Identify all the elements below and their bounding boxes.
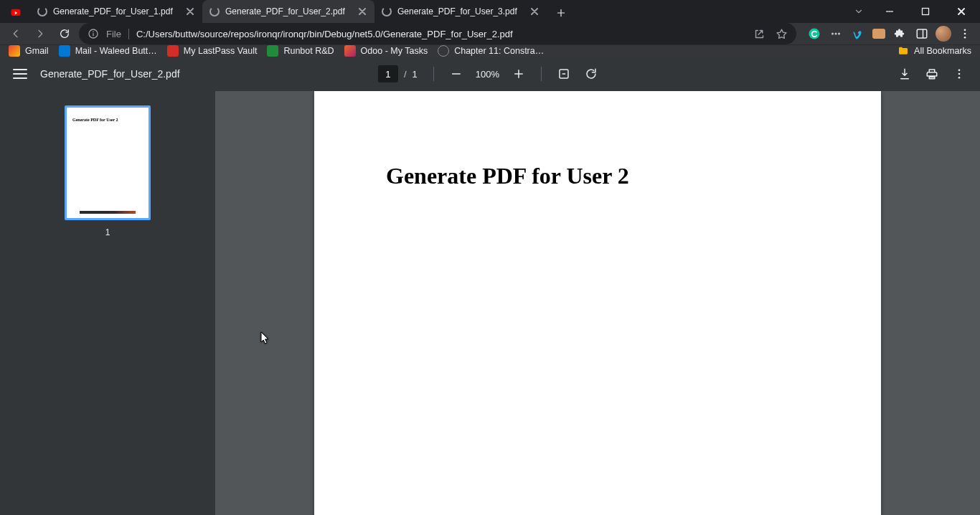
lastpass-icon: [167, 45, 179, 57]
page-thumbnail[interactable]: Generate PDF for User 2: [65, 105, 151, 220]
bookmark-item[interactable]: Odoo - My Tasks: [344, 45, 428, 57]
svg-point-4: [809, 29, 820, 39]
toolbar-divider: [433, 67, 434, 81]
total-pages: 1: [413, 69, 418, 80]
browser-tab[interactable]: Generate_PDF_for_User_2.pdf: [202, 0, 374, 23]
bookmark-item[interactable]: My LastPass Vault: [167, 45, 258, 57]
new-tab-button[interactable]: [551, 3, 571, 23]
generic-page-icon: [438, 45, 449, 57]
runbot-icon: [267, 45, 278, 57]
thumbnail-page-label: 1: [105, 227, 110, 237]
page-scroll-area[interactable]: Generate PDF for User 2: [215, 91, 980, 515]
svg-point-13: [958, 69, 961, 71]
svg-point-3: [93, 32, 94, 33]
viewer-menu-button[interactable]: [948, 63, 970, 85]
fit-to-page-button[interactable]: [553, 63, 575, 85]
bookmark-item[interactable]: Mail - Waleed Butt…: [59, 45, 157, 57]
outlook-icon: [59, 45, 70, 57]
bookmark-item[interactable]: Chapter 11: Constra…: [438, 45, 544, 57]
download-button[interactable]: [894, 63, 915, 85]
document-title: Generate_PDF_for_User_2.pdf: [40, 68, 180, 80]
chrome-menu-button[interactable]: [956, 24, 974, 43]
tab-title: Generate_PDF_for_User_3.pdf: [397, 6, 524, 16]
folder-icon: [897, 45, 909, 57]
print-button[interactable]: [921, 63, 943, 85]
url-scheme: File: [106, 29, 129, 39]
reload-button[interactable]: [55, 24, 75, 44]
back-button[interactable]: [6, 24, 26, 44]
svg-point-10: [964, 33, 966, 35]
bookmark-label: Odoo - My Tasks: [361, 46, 428, 56]
maximize-window-button[interactable]: [910, 1, 941, 22]
browser-tab[interactable]: Generate_PDF_for_User_3.pdf: [374, 0, 547, 23]
grammarly-extension-icon[interactable]: [805, 24, 824, 43]
close-tab-button[interactable]: [357, 6, 367, 16]
zoom-level: 100%: [473, 69, 502, 80]
hamburger-menu-icon[interactable]: [11, 65, 29, 82]
profile-avatar[interactable]: [934, 24, 953, 43]
bookmarks-bar: Gmail Mail - Waleed Butt… My LastPass Va…: [0, 44, 980, 57]
rotate-button[interactable]: [580, 63, 602, 85]
url-text: C:/Users/buttw/source/repos/ironqr/ironq…: [136, 29, 513, 39]
side-panel-icon[interactable]: [913, 24, 931, 43]
bookmark-label: Chapter 11: Constra…: [454, 46, 544, 56]
bookmark-label: Mail - Waleed Butt…: [75, 46, 157, 56]
svg-point-5: [831, 33, 834, 35]
close-tab-button[interactable]: [185, 6, 195, 16]
bookmark-item[interactable]: Gmail: [9, 45, 49, 57]
svg-rect-1: [923, 9, 929, 15]
svg-rect-8: [917, 29, 927, 38]
vimeo-extension-icon[interactable]: [848, 24, 867, 43]
bookmark-label: Gmail: [25, 46, 49, 56]
svg-point-7: [838, 33, 840, 35]
close-window-button[interactable]: [946, 1, 977, 22]
gmail-icon: [9, 45, 20, 57]
tab-title: Generate_PDF_for_User_2.pdf: [225, 6, 352, 16]
bookmark-label: My LastPass Vault: [184, 46, 258, 56]
loading-spinner-icon: [209, 6, 220, 16]
page-heading: Generate PDF for User 2: [386, 163, 809, 189]
youtube-icon[interactable]: [4, 3, 27, 23]
page-number-input[interactable]: [378, 65, 398, 82]
thumbnail-footer-bar: [80, 211, 136, 214]
svg-point-11: [964, 37, 966, 39]
marmot-extension-icon[interactable]: [870, 24, 888, 43]
thumbnail-panel: Generate PDF for User 2 1: [0, 91, 215, 515]
extensions-puzzle-icon[interactable]: [891, 24, 910, 43]
toolbar-divider: [541, 67, 542, 81]
thumbnail-text: Generate PDF for User 2: [67, 108, 149, 122]
tab-title: Generate_PDF_for_User_1.pdf: [53, 6, 179, 16]
address-bar[interactable]: File C:/Users/buttw/source/repos/ironqr/…: [79, 23, 796, 44]
svg-point-6: [835, 33, 837, 35]
page-separator: /: [404, 69, 407, 80]
share-icon[interactable]: [753, 28, 765, 40]
bookmark-star-icon[interactable]: [776, 28, 788, 40]
loading-spinner-icon: [37, 6, 47, 16]
bookmark-item[interactable]: Runbot R&D: [267, 45, 334, 57]
close-tab-button[interactable]: [529, 6, 540, 16]
minimize-window-button[interactable]: [874, 1, 905, 22]
loading-spinner-icon: [382, 6, 392, 16]
forward-button[interactable]: [30, 24, 50, 44]
svg-point-9: [964, 29, 966, 31]
zoom-out-button[interactable]: [446, 63, 467, 85]
site-info-icon[interactable]: [88, 28, 99, 39]
all-bookmarks-button[interactable]: All Bookmarks: [897, 45, 971, 57]
odoo-icon: [344, 45, 356, 57]
browser-tab[interactable]: Generate_PDF_for_User_1.pdf: [30, 0, 202, 23]
zoom-in-button[interactable]: [508, 63, 529, 85]
bookmark-label: Runbot R&D: [283, 46, 334, 56]
all-bookmarks-label: All Bookmarks: [914, 46, 971, 56]
lastpass-extension-icon[interactable]: [826, 24, 845, 43]
svg-point-14: [958, 73, 961, 75]
svg-point-15: [958, 77, 961, 79]
tab-search-button[interactable]: [848, 6, 870, 16]
pdf-page: Generate PDF for User 2: [314, 91, 881, 515]
